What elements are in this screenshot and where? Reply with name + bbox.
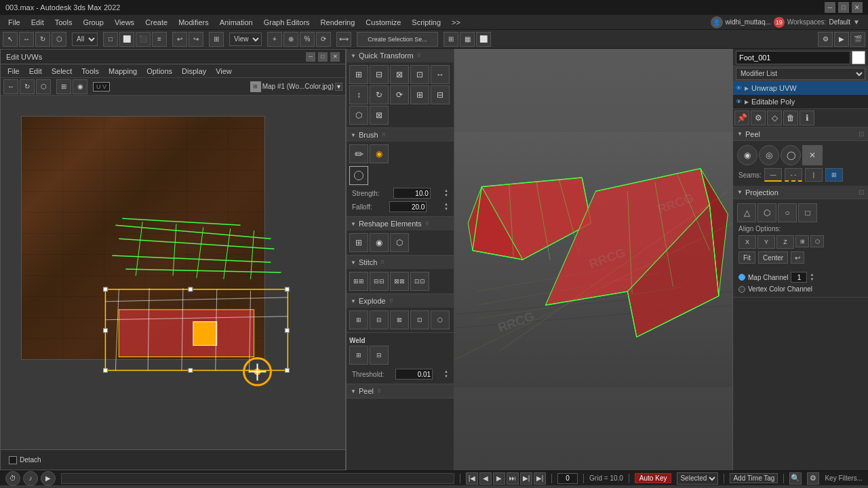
threshold-spinner[interactable]: ▲ ▼	[444, 369, 448, 379]
proj-box-btn[interactable]: □	[798, 203, 817, 222]
center-button[interactable]: Center	[758, 251, 788, 264]
frame-number[interactable]: 0	[557, 473, 578, 484]
rotate-button[interactable]: ↻	[35, 32, 50, 47]
go-start-btn[interactable]: |◀	[466, 472, 478, 485]
peel-tool-drag[interactable]: ⠿	[376, 388, 382, 394]
menu-more[interactable]: >>	[446, 17, 466, 28]
uvw-rotate-button[interactable]: ↻	[20, 79, 35, 94]
menu-animation[interactable]: Animation	[214, 17, 258, 28]
align-reset-btn[interactable]: ⬡	[810, 235, 824, 247]
uvw-scale-button[interactable]: ⬡	[36, 79, 51, 94]
settings-btn[interactable]: ⚙	[807, 472, 819, 485]
mirror-button[interactable]: ⟺	[336, 32, 351, 47]
qt-align-btn[interactable]: ⊞	[349, 65, 368, 84]
align-button[interactable]: ⊞	[209, 32, 224, 47]
peel-cut-btn[interactable]: ✕	[802, 145, 823, 165]
prev-frame-btn[interactable]: ◀	[479, 472, 492, 485]
uvw-element-button[interactable]: ◉	[73, 79, 87, 94]
menu-file[interactable]: File	[3, 17, 26, 28]
select-by-name-button[interactable]: ≡	[152, 32, 167, 47]
uvw-menu-tools[interactable]: Tools	[77, 66, 103, 77]
seam-btn3[interactable]: |	[805, 168, 823, 182]
explode-btn3[interactable]: ⊠	[390, 310, 409, 329]
qt-mirror-h-btn[interactable]: ↔	[431, 65, 450, 84]
layers-button[interactable]: ▦	[460, 32, 475, 47]
qt-space-btn[interactable]: ⊠	[390, 65, 409, 84]
go-end-btn[interactable]: ▶|	[534, 472, 546, 485]
modifier-list-dropdown[interactable]: Modifier List	[736, 68, 865, 80]
menu-graph-editors[interactable]: Graph Editors	[258, 17, 315, 28]
qt-straighten-btn[interactable]: ⊞	[410, 85, 429, 104]
render-setup-button[interactable]: ⚙	[818, 32, 833, 47]
channel-spinner[interactable]: ▲ ▼	[810, 272, 814, 282]
next-frame-btn[interactable]: ▶|	[520, 472, 532, 485]
brush-header[interactable]: ▼ Brush ⠿	[347, 128, 454, 142]
timeline-scrubber[interactable]	[61, 473, 454, 484]
uvw-menu-select[interactable]: Select	[47, 66, 77, 77]
explode-btn1[interactable]: ⊞	[349, 310, 368, 329]
projection-section-header[interactable]: ▼ Projection ⊡	[733, 186, 868, 199]
uvw-restore-button[interactable]: □	[318, 52, 328, 62]
create-selection-set-button[interactable]: Create Selection Se...	[357, 32, 438, 47]
render-frame-btn[interactable]: ▶	[41, 471, 56, 486]
seam-btn4[interactable]: ⊞	[825, 168, 843, 182]
stitch-btn3[interactable]: ⊠⊠	[390, 272, 409, 291]
weld-btn1[interactable]: ⊞	[349, 346, 368, 365]
qt-rotate90-btn[interactable]: ↻	[370, 85, 389, 104]
reshape-btn1[interactable]: ⊞	[349, 233, 368, 252]
projection-options-icon[interactable]: ⊡	[859, 188, 864, 196]
falloff-down[interactable]: ▼	[444, 207, 448, 211]
strength-up[interactable]: ▲	[444, 188, 448, 193]
explode-drag[interactable]: ⠿	[389, 298, 394, 304]
menu-customize[interactable]: Customize	[360, 17, 406, 28]
brush-paint-btn[interactable]: ◉	[370, 144, 389, 163]
select-region-button[interactable]: ⬜	[119, 32, 134, 47]
stitch-btn2[interactable]: ⊟⊟	[370, 272, 389, 291]
uvw-menu-options[interactable]: Options	[142, 66, 176, 77]
menu-modifiers[interactable]: Modifiers	[173, 17, 214, 28]
map-dropdown-button[interactable]: ▼	[335, 83, 342, 91]
render-production-button[interactable]: 🎬	[850, 32, 865, 47]
notification-badge[interactable]: 19	[774, 17, 785, 28]
threshold-down[interactable]: ▼	[444, 374, 448, 379]
quick-transform-drag[interactable]: ⠿	[416, 53, 422, 59]
falloff-up[interactable]: ▲	[444, 202, 448, 207]
uvw-menu-view[interactable]: View	[212, 66, 236, 77]
uvw-canvas[interactable]: RRCG RRCG RRCG	[1, 96, 345, 449]
explode-btn5[interactable]: ⬡	[431, 310, 450, 329]
align-z-btn[interactable]: Z	[776, 235, 794, 249]
stitch-header[interactable]: ▼ Stitch ⠿	[347, 256, 454, 269]
play-btn[interactable]: ▶	[493, 472, 505, 485]
threshold-input[interactable]	[395, 369, 433, 380]
pin-modifier-btn[interactable]: 📌	[734, 110, 749, 125]
peel-relax-btn[interactable]: ◉	[737, 145, 757, 165]
vertex-color-radio[interactable]	[738, 286, 745, 293]
reshape-btn2[interactable]: ◉	[370, 233, 389, 252]
menu-rendering[interactable]: Rendering	[315, 17, 361, 28]
peel-flatten-btn[interactable]: ◯	[781, 145, 801, 165]
reshape-btn3[interactable]: ⬡	[390, 233, 409, 252]
channel-up[interactable]: ▲	[810, 272, 814, 277]
minimize-button[interactable]: ─	[825, 2, 835, 13]
delete-modifier-btn[interactable]: 🗑	[783, 110, 798, 125]
uvw-minimize-button[interactable]: ─	[306, 52, 315, 62]
search-btn[interactable]: 🔍	[789, 472, 802, 485]
stitch-drag[interactable]: ⠿	[380, 260, 385, 266]
audio-btn[interactable]: ♪	[23, 471, 38, 486]
menu-tools[interactable]: Tools	[50, 17, 78, 28]
align-x-btn[interactable]: X	[738, 235, 756, 249]
menu-create[interactable]: Create	[140, 17, 173, 28]
3d-viewport[interactable]: RRCG RRCG RRCG	[454, 49, 732, 470]
object-name-input[interactable]	[736, 51, 850, 64]
align-more-btn[interactable]: ⊞	[795, 235, 809, 247]
uvw-menu-file[interactable]: File	[3, 66, 24, 77]
move-button[interactable]: ↔	[19, 32, 34, 47]
menu-scripting[interactable]: Scripting	[406, 17, 446, 28]
peel-section-header[interactable]: ▼ Peel ⊡	[733, 127, 868, 141]
proj-planar-btn[interactable]: △	[737, 203, 756, 222]
uvw-freeform-button[interactable]: ⊞	[56, 79, 71, 94]
spinner-snap-button[interactable]: ⟳	[316, 32, 331, 47]
undo-button[interactable]: ↩	[172, 32, 187, 47]
qt-more-btn[interactable]: ⊡	[410, 65, 429, 84]
explode-btn4[interactable]: ⊡	[410, 310, 429, 329]
